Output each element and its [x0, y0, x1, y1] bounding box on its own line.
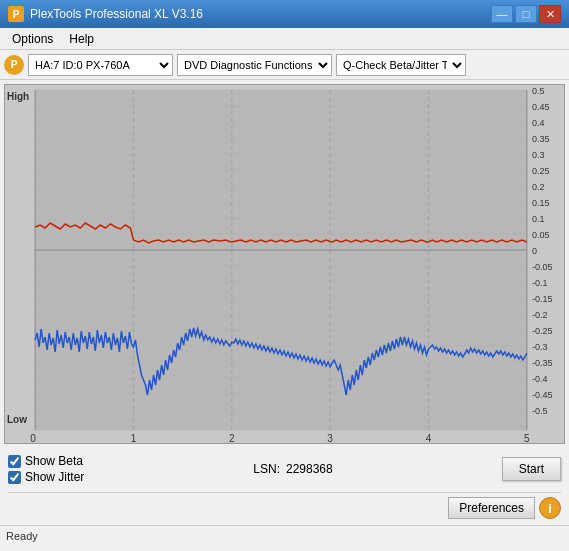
svg-text:-0.35: -0.35	[532, 358, 553, 368]
window-title: PlexTools Professional XL V3.16	[30, 7, 203, 21]
menu-help[interactable]: Help	[61, 30, 102, 48]
svg-text:3: 3	[327, 433, 333, 443]
start-button[interactable]: Start	[502, 457, 561, 481]
svg-text:0: 0	[532, 246, 537, 256]
app-icon: P	[8, 6, 24, 22]
show-beta-row: Show Beta	[8, 454, 84, 468]
svg-text:0.15: 0.15	[532, 198, 550, 208]
show-beta-label: Show Beta	[25, 454, 83, 468]
y-label-low: Low	[7, 414, 27, 425]
close-button[interactable]: ✕	[539, 5, 561, 23]
show-jitter-label: Show Jitter	[25, 470, 84, 484]
svg-text:0.3: 0.3	[532, 150, 545, 160]
drive-select[interactable]: HA:7 ID:0 PX-760A	[28, 54, 173, 76]
divider	[8, 492, 561, 493]
status-text: Ready	[6, 530, 38, 542]
svg-text:-0.3: -0.3	[532, 342, 548, 352]
menu-options[interactable]: Options	[4, 30, 61, 48]
svg-text:0.25: 0.25	[532, 166, 550, 176]
show-beta-checkbox[interactable]	[8, 455, 21, 468]
svg-text:-0.1: -0.1	[532, 278, 548, 288]
preferences-button[interactable]: Preferences	[448, 497, 535, 519]
svg-text:0: 0	[30, 433, 36, 443]
svg-text:-0.2: -0.2	[532, 310, 548, 320]
show-jitter-checkbox[interactable]	[8, 471, 21, 484]
function-select[interactable]: DVD Diagnostic Functions	[177, 54, 332, 76]
svg-text:-0.4: -0.4	[532, 374, 548, 384]
chart-container: High Low	[4, 84, 565, 444]
info-button[interactable]: i	[539, 497, 561, 519]
status-bar: Ready	[0, 525, 569, 545]
svg-text:0.4: 0.4	[532, 118, 545, 128]
svg-text:-0.15: -0.15	[532, 294, 553, 304]
lsn-area: LSN: 2298368	[253, 462, 332, 476]
svg-text:-0.05: -0.05	[532, 262, 553, 272]
lsn-label: LSN:	[253, 462, 280, 476]
toolbar: P HA:7 ID:0 PX-760A DVD Diagnostic Funct…	[0, 50, 569, 80]
svg-text:-0.45: -0.45	[532, 390, 553, 400]
svg-text:-0.5: -0.5	[532, 406, 548, 416]
test-select[interactable]: Q-Check Beta/Jitter Test	[336, 54, 466, 76]
svg-text:1: 1	[131, 433, 137, 443]
svg-text:-0.25: -0.25	[532, 326, 553, 336]
svg-text:2: 2	[229, 433, 235, 443]
checkboxes: Show Beta Show Jitter	[8, 454, 84, 484]
svg-text:0.35: 0.35	[532, 134, 550, 144]
show-jitter-row: Show Jitter	[8, 470, 84, 484]
bottom-row1: Show Beta Show Jitter LSN: 2298368 Start	[8, 454, 561, 484]
bottom-panel: Show Beta Show Jitter LSN: 2298368 Start…	[0, 448, 569, 525]
menu-bar: Options Help	[0, 28, 569, 50]
maximize-button[interactable]: □	[515, 5, 537, 23]
title-bar: P PlexTools Professional XL V3.16 — □ ✕	[0, 0, 569, 28]
svg-text:0.45: 0.45	[532, 102, 550, 112]
svg-text:0.1: 0.1	[532, 214, 545, 224]
minimize-button[interactable]: —	[491, 5, 513, 23]
svg-text:4: 4	[426, 433, 432, 443]
drive-icon: P	[4, 55, 24, 75]
svg-rect-0	[35, 90, 527, 430]
y-label-high: High	[7, 91, 29, 102]
prefs-row: Preferences i	[8, 497, 561, 519]
window-controls: — □ ✕	[491, 5, 561, 23]
title-bar-left: P PlexTools Professional XL V3.16	[8, 6, 203, 22]
svg-text:5: 5	[524, 433, 530, 443]
chart-svg: 0 1 2 3 4 5 0.5 0.45 0.4 0.35 0.3 0.25 0…	[5, 85, 564, 443]
svg-text:0.2: 0.2	[532, 182, 545, 192]
svg-text:0.05: 0.05	[532, 230, 550, 240]
lsn-value: 2298368	[286, 462, 333, 476]
svg-text:0.5: 0.5	[532, 86, 545, 96]
